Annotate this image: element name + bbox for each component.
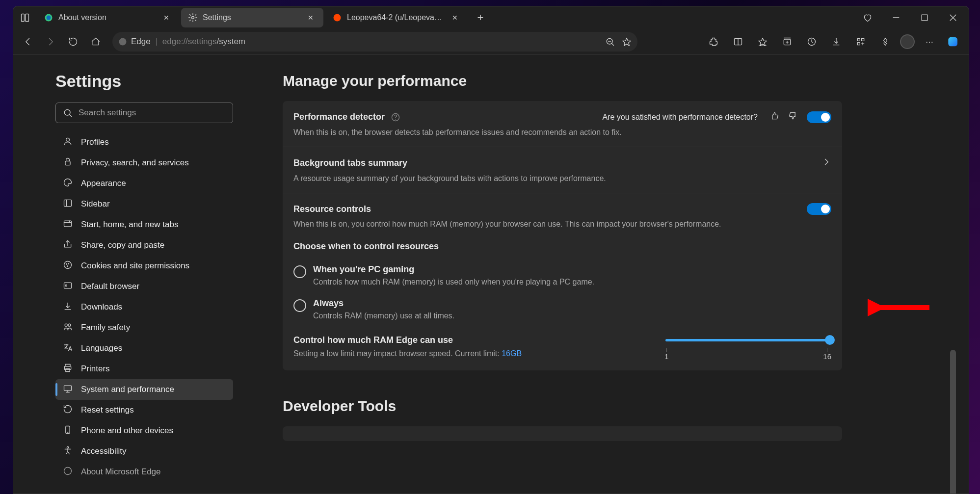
tab-about-version[interactable]: About version ✕ [37, 8, 179, 27]
copilot-button[interactable] [944, 32, 964, 52]
url-text: edge://settings/system [162, 37, 245, 47]
home-button[interactable] [86, 33, 106, 51]
svg-point-60 [64, 468, 72, 475]
dev-tools-heading: Developer Tools [283, 398, 937, 415]
forward-button[interactable] [41, 33, 60, 51]
svg-line-12 [611, 43, 613, 45]
help-icon[interactable] [391, 112, 400, 122]
nav-cookies[interactable]: Cookies and site permissions [55, 256, 233, 276]
settings-sidebar: Settings Profiles Privacy, search, and s… [13, 55, 251, 494]
page-heading: Manage your performance [283, 73, 937, 89]
scrollbar[interactable] [949, 104, 956, 477]
nav-start[interactable]: Start, home, and new tabs [55, 214, 233, 235]
nav-accessibility[interactable]: Accessibility [55, 441, 233, 462]
slider-max: 16 [823, 352, 831, 361]
thumbs-up-icon[interactable] [769, 111, 779, 123]
svg-rect-26 [857, 38, 860, 41]
resource-controls-toggle[interactable] [807, 203, 831, 215]
nav-downloads[interactable]: Downloads [55, 297, 233, 317]
toolbar: Edge | edge://settings/system ⋯ [13, 29, 969, 54]
more-button[interactable]: ⋯ [920, 33, 939, 51]
svg-point-33 [66, 138, 70, 141]
feedback-question: Are you satisfied with performance detec… [602, 113, 758, 122]
svg-marker-14 [623, 38, 631, 46]
slider-min: 1 [664, 352, 668, 361]
nav-profiles[interactable]: Profiles [55, 132, 233, 153]
address-bar[interactable]: Edge | edge://settings/system [112, 32, 637, 52]
radio-label: When you're PC gaming [313, 264, 594, 275]
title-bar: About version ✕ Settings ✕ Leopeva64-2 (… [13, 6, 969, 29]
nav-languages[interactable]: Languages [55, 338, 233, 359]
scrollbar-thumb[interactable] [950, 350, 956, 494]
svg-rect-53 [66, 369, 70, 372]
radio-always[interactable]: Always Controls RAM (memory) use at all … [293, 293, 831, 327]
perf-detector-toggle[interactable] [807, 111, 831, 123]
perf-detector-title: Performance detector [293, 112, 385, 122]
close-icon[interactable]: ✕ [449, 14, 461, 22]
browser-essentials-button[interactable] [875, 33, 895, 51]
row-bg-tabs[interactable]: Background tabs summary A resource usage… [283, 147, 842, 193]
radio-desc: Controls RAM (memory) use at all times. [313, 312, 454, 320]
profile-avatar[interactable] [900, 34, 915, 49]
reload-button[interactable] [63, 33, 83, 51]
ram-current-limit: 16GB [502, 349, 522, 358]
radio-icon [293, 265, 306, 278]
nav-printers[interactable]: Printers [55, 359, 233, 379]
svg-point-49 [68, 324, 71, 326]
ram-slider[interactable] [665, 339, 830, 341]
svg-rect-1 [26, 14, 29, 22]
radio-pc-gaming[interactable]: When you're PC gaming Controls how much … [293, 260, 831, 293]
nav-default-browser[interactable]: Default browser [55, 276, 233, 297]
collections-button[interactable] [777, 33, 797, 51]
bg-tabs-desc: A resource usage summary of your backgro… [293, 174, 831, 183]
nav-appearance[interactable]: Appearance [55, 173, 233, 194]
radio-desc: Controls how much RAM (memory) is used o… [313, 278, 594, 286]
dev-tools-card [283, 426, 842, 441]
svg-point-59 [67, 447, 68, 448]
apps-button[interactable] [851, 33, 871, 51]
close-button[interactable] [939, 8, 967, 27]
extensions-button[interactable] [704, 33, 723, 51]
ram-slider-title: Control how much RAM Edge can use [293, 335, 635, 345]
zoom-icon[interactable] [605, 37, 615, 47]
svg-point-40 [64, 261, 72, 269]
minimize-button[interactable] [882, 8, 910, 27]
svg-point-10 [119, 38, 127, 46]
settings-search[interactable] [55, 103, 233, 123]
svg-rect-35 [64, 200, 72, 206]
search-icon [63, 108, 73, 118]
nav-sidebar[interactable]: Sidebar [55, 194, 233, 214]
new-tab-button[interactable]: + [471, 8, 490, 27]
nav-share[interactable]: Share, copy and paste [55, 235, 233, 256]
donate-icon[interactable] [854, 8, 881, 27]
nav-reset[interactable]: Reset settings [55, 400, 233, 420]
svg-rect-37 [64, 221, 72, 227]
nav-privacy[interactable]: Privacy, search, and services [55, 153, 233, 173]
history-button[interactable] [802, 33, 821, 51]
downloads-button[interactable] [826, 33, 846, 51]
nav-about[interactable]: About Microsoft Edge [55, 462, 233, 482]
thumbs-down-icon[interactable] [788, 111, 798, 123]
slider-thumb[interactable] [825, 335, 835, 345]
perf-detector-desc: When this is on, the browser detects tab… [293, 128, 831, 137]
back-button[interactable] [18, 33, 38, 51]
favorites-button[interactable] [753, 33, 772, 51]
nav-phone[interactable]: Phone and other devices [55, 420, 233, 441]
favorite-star-icon[interactable] [622, 37, 632, 47]
gear-icon [188, 13, 198, 23]
browser-window: About version ✕ Settings ✕ Leopeva64-2 (… [13, 6, 969, 494]
resource-desc: When this is on, you control how much RA… [293, 220, 831, 229]
close-icon[interactable]: ✕ [160, 14, 172, 22]
tab-reddit[interactable]: Leopeva64-2 (u/Leopeva64-2) - R ✕ [325, 8, 468, 27]
workspaces-button[interactable] [15, 8, 35, 27]
split-screen-button[interactable] [728, 33, 748, 51]
row-resource-controls: Resource controls When this is on, you c… [283, 193, 842, 370]
svg-rect-34 [65, 161, 70, 165]
nav-system-performance[interactable]: System and performance [55, 379, 233, 400]
search-input[interactable] [79, 108, 226, 118]
nav-family[interactable]: Family safety [55, 317, 233, 338]
close-icon[interactable]: ✕ [305, 14, 317, 22]
maximize-button[interactable] [911, 8, 938, 27]
svg-rect-28 [857, 43, 860, 45]
tab-settings[interactable]: Settings ✕ [181, 8, 323, 27]
